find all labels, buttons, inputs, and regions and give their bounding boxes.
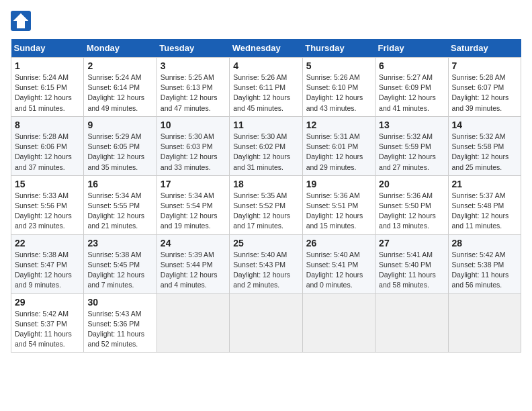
day-number: 2 xyxy=(87,60,152,71)
calendar-cell: 26Sunrise: 5:40 AM Sunset: 5:41 PM Dayli… xyxy=(302,234,375,293)
day-number: 16 xyxy=(87,179,152,189)
calendar-cell: 18Sunrise: 5:35 AM Sunset: 5:52 PM Dayli… xyxy=(230,175,302,234)
header-monday: Monday xyxy=(84,39,157,58)
day-number: 14 xyxy=(452,120,517,130)
day-number: 15 xyxy=(15,179,80,189)
day-number: 23 xyxy=(87,238,152,248)
day-info: Sunrise: 5:40 AM Sunset: 5:41 PM Dayligh… xyxy=(306,250,371,291)
page-header xyxy=(11,11,521,31)
calendar-cell: 27Sunrise: 5:41 AM Sunset: 5:40 PM Dayli… xyxy=(375,234,448,293)
day-info: Sunrise: 5:32 AM Sunset: 5:58 PM Dayligh… xyxy=(452,132,517,173)
calendar-cell xyxy=(375,293,448,353)
day-number: 30 xyxy=(87,297,152,308)
calendar-cell: 2Sunrise: 5:24 AM Sunset: 6:14 PM Daylig… xyxy=(84,58,157,117)
calendar-cell: 4Sunrise: 5:26 AM Sunset: 6:11 PM Daylig… xyxy=(230,58,302,117)
day-number: 8 xyxy=(15,120,80,130)
day-number: 22 xyxy=(15,238,80,248)
day-number: 10 xyxy=(161,120,226,130)
day-number: 11 xyxy=(233,120,298,130)
header-thursday: Thursday xyxy=(302,39,375,58)
day-info: Sunrise: 5:35 AM Sunset: 5:52 PM Dayligh… xyxy=(233,191,298,232)
day-number: 20 xyxy=(379,179,444,189)
day-number: 5 xyxy=(306,60,371,71)
day-number: 9 xyxy=(87,120,152,130)
calendar-cell: 19Sunrise: 5:36 AM Sunset: 5:51 PM Dayli… xyxy=(302,175,375,234)
header-friday: Friday xyxy=(375,39,448,58)
day-info: Sunrise: 5:28 AM Sunset: 6:06 PM Dayligh… xyxy=(15,132,80,173)
calendar-cell: 8Sunrise: 5:28 AM Sunset: 6:06 PM Daylig… xyxy=(11,116,84,175)
calendar-week-5: 29Sunrise: 5:42 AM Sunset: 5:37 PM Dayli… xyxy=(11,293,521,353)
day-number: 19 xyxy=(306,179,371,189)
day-info: Sunrise: 5:42 AM Sunset: 5:38 PM Dayligh… xyxy=(452,250,517,291)
day-info: Sunrise: 5:40 AM Sunset: 5:43 PM Dayligh… xyxy=(233,250,298,291)
day-info: Sunrise: 5:43 AM Sunset: 5:36 PM Dayligh… xyxy=(87,309,152,350)
day-number: 1 xyxy=(15,60,80,71)
header-sunday: Sunday xyxy=(11,39,84,58)
calendar-cell: 1Sunrise: 5:24 AM Sunset: 6:15 PM Daylig… xyxy=(11,58,84,117)
calendar-cell: 28Sunrise: 5:42 AM Sunset: 5:38 PM Dayli… xyxy=(448,234,521,293)
calendar-cell: 9Sunrise: 5:29 AM Sunset: 6:05 PM Daylig… xyxy=(84,116,157,175)
day-info: Sunrise: 5:39 AM Sunset: 5:44 PM Dayligh… xyxy=(161,250,226,291)
day-info: Sunrise: 5:29 AM Sunset: 6:05 PM Dayligh… xyxy=(87,132,152,173)
calendar-cell: 17Sunrise: 5:34 AM Sunset: 5:54 PM Dayli… xyxy=(157,175,229,234)
day-number: 12 xyxy=(306,120,371,130)
day-number: 6 xyxy=(379,60,444,71)
day-info: Sunrise: 5:36 AM Sunset: 5:51 PM Dayligh… xyxy=(306,191,371,232)
calendar-cell: 3Sunrise: 5:25 AM Sunset: 6:13 PM Daylig… xyxy=(157,58,229,117)
day-info: Sunrise: 5:24 AM Sunset: 6:15 PM Dayligh… xyxy=(15,73,80,113)
day-info: Sunrise: 5:41 AM Sunset: 5:40 PM Dayligh… xyxy=(379,250,444,291)
calendar-cell xyxy=(448,293,521,353)
day-number: 21 xyxy=(452,179,517,189)
day-number: 24 xyxy=(161,238,226,248)
day-number: 17 xyxy=(161,179,226,189)
calendar-cell xyxy=(230,293,302,353)
calendar-cell: 10Sunrise: 5:30 AM Sunset: 6:03 PM Dayli… xyxy=(157,116,229,175)
day-info: Sunrise: 5:25 AM Sunset: 6:13 PM Dayligh… xyxy=(161,73,226,113)
calendar-cell: 11Sunrise: 5:30 AM Sunset: 6:02 PM Dayli… xyxy=(230,116,302,175)
calendar-table: SundayMondayTuesdayWednesdayThursdayFrid… xyxy=(11,39,521,353)
day-info: Sunrise: 5:37 AM Sunset: 5:48 PM Dayligh… xyxy=(452,191,517,232)
day-number: 18 xyxy=(233,179,298,189)
calendar-cell: 30Sunrise: 5:43 AM Sunset: 5:36 PM Dayli… xyxy=(84,293,157,353)
day-info: Sunrise: 5:38 AM Sunset: 5:45 PM Dayligh… xyxy=(87,250,152,291)
day-info: Sunrise: 5:36 AM Sunset: 5:50 PM Dayligh… xyxy=(379,191,444,232)
calendar-cell: 13Sunrise: 5:32 AM Sunset: 5:59 PM Dayli… xyxy=(375,116,448,175)
day-number: 29 xyxy=(15,297,80,308)
day-info: Sunrise: 5:34 AM Sunset: 5:55 PM Dayligh… xyxy=(87,191,152,232)
calendar-cell: 29Sunrise: 5:42 AM Sunset: 5:37 PM Dayli… xyxy=(11,293,84,353)
day-info: Sunrise: 5:26 AM Sunset: 6:11 PM Dayligh… xyxy=(233,73,298,113)
day-info: Sunrise: 5:31 AM Sunset: 6:01 PM Dayligh… xyxy=(306,132,371,173)
calendar-week-1: 1Sunrise: 5:24 AM Sunset: 6:15 PM Daylig… xyxy=(11,58,521,117)
day-number: 25 xyxy=(233,238,298,248)
header-tuesday: Tuesday xyxy=(157,39,229,58)
calendar-cell xyxy=(302,293,375,353)
day-info: Sunrise: 5:32 AM Sunset: 5:59 PM Dayligh… xyxy=(379,132,444,173)
day-number: 26 xyxy=(306,238,371,248)
calendar-cell: 7Sunrise: 5:28 AM Sunset: 6:07 PM Daylig… xyxy=(448,58,521,117)
calendar-cell: 15Sunrise: 5:33 AM Sunset: 5:56 PM Dayli… xyxy=(11,175,84,234)
day-number: 28 xyxy=(452,238,517,248)
calendar-week-2: 8Sunrise: 5:28 AM Sunset: 6:06 PM Daylig… xyxy=(11,116,521,175)
logo xyxy=(11,11,34,31)
calendar-week-3: 15Sunrise: 5:33 AM Sunset: 5:56 PM Dayli… xyxy=(11,175,521,234)
day-number: 7 xyxy=(452,60,517,71)
calendar-cell: 6Sunrise: 5:27 AM Sunset: 6:09 PM Daylig… xyxy=(375,58,448,117)
calendar-cell: 24Sunrise: 5:39 AM Sunset: 5:44 PM Dayli… xyxy=(157,234,229,293)
calendar-week-4: 22Sunrise: 5:38 AM Sunset: 5:47 PM Dayli… xyxy=(11,234,521,293)
calendar-cell: 16Sunrise: 5:34 AM Sunset: 5:55 PM Dayli… xyxy=(84,175,157,234)
calendar-cell xyxy=(157,293,229,353)
day-info: Sunrise: 5:30 AM Sunset: 6:03 PM Dayligh… xyxy=(161,132,226,173)
calendar-header-row: SundayMondayTuesdayWednesdayThursdayFrid… xyxy=(11,39,521,58)
day-info: Sunrise: 5:28 AM Sunset: 6:07 PM Dayligh… xyxy=(452,73,517,113)
day-info: Sunrise: 5:34 AM Sunset: 5:54 PM Dayligh… xyxy=(161,191,226,232)
day-info: Sunrise: 5:42 AM Sunset: 5:37 PM Dayligh… xyxy=(15,309,80,350)
day-info: Sunrise: 5:30 AM Sunset: 6:02 PM Dayligh… xyxy=(233,132,298,173)
calendar-cell: 25Sunrise: 5:40 AM Sunset: 5:43 PM Dayli… xyxy=(230,234,302,293)
calendar-cell: 12Sunrise: 5:31 AM Sunset: 6:01 PM Dayli… xyxy=(302,116,375,175)
calendar-cell: 21Sunrise: 5:37 AM Sunset: 5:48 PM Dayli… xyxy=(448,175,521,234)
calendar-cell: 22Sunrise: 5:38 AM Sunset: 5:47 PM Dayli… xyxy=(11,234,84,293)
header-wednesday: Wednesday xyxy=(230,39,302,58)
day-number: 3 xyxy=(161,60,226,71)
calendar-cell: 14Sunrise: 5:32 AM Sunset: 5:58 PM Dayli… xyxy=(448,116,521,175)
day-info: Sunrise: 5:24 AM Sunset: 6:14 PM Dayligh… xyxy=(87,73,152,113)
